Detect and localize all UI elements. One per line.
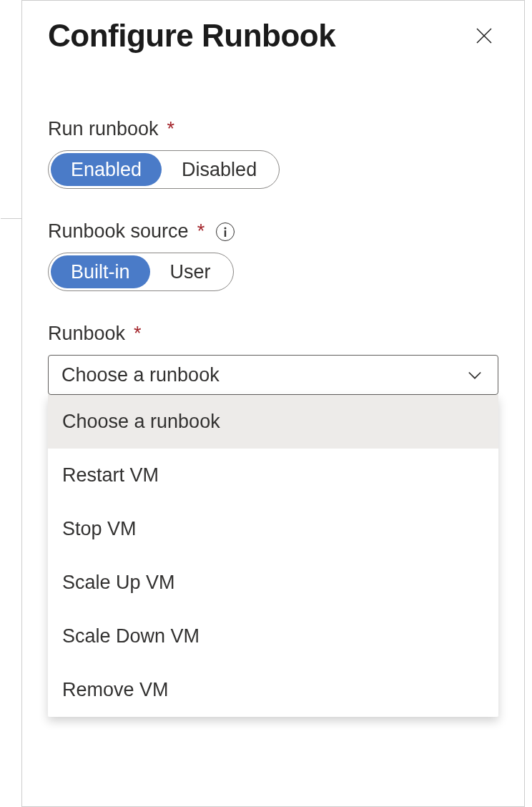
run-runbook-disabled[interactable]: Disabled (162, 153, 277, 186)
runbook-dropdown-wrapper: Choose a runbook Choose a runbook Restar… (48, 355, 498, 395)
run-runbook-toggle: Enabled Disabled (48, 150, 280, 189)
runbook-source-toggle: Built-in User (48, 253, 234, 291)
chevron-down-icon (465, 365, 485, 385)
dropdown-item-remove-vm[interactable]: Remove VM (48, 663, 498, 717)
required-asterisk: * (197, 220, 205, 243)
runbook-dropdown-list: Choose a runbook Restart VM Stop VM Scal… (48, 395, 498, 717)
runbook-source-user[interactable]: User (150, 255, 231, 288)
panel-title: Configure Runbook (48, 18, 335, 54)
configure-runbook-panel: Configure Runbook Run runbook * Enabled … (21, 0, 525, 807)
run-runbook-enabled[interactable]: Enabled (51, 153, 162, 186)
close-button[interactable] (470, 21, 498, 50)
required-asterisk: * (167, 118, 175, 140)
runbook-label: Runbook * (48, 323, 498, 345)
dropdown-item-scale-up-vm[interactable]: Scale Up VM (48, 556, 498, 610)
runbook-source-field: Runbook source * Built-in User (48, 220, 498, 291)
required-asterisk: * (134, 323, 142, 345)
runbook-field: Runbook * Choose a runbook Choose a runb… (48, 323, 498, 395)
run-runbook-label: Run runbook * (48, 118, 498, 140)
runbook-source-label-text: Runbook source (48, 220, 189, 243)
left-border-stub (1, 197, 22, 219)
run-runbook-label-text: Run runbook (48, 118, 159, 140)
dropdown-item-scale-down-vm[interactable]: Scale Down VM (48, 610, 498, 663)
runbook-dropdown-value: Choose a runbook (61, 364, 220, 386)
runbook-source-builtin[interactable]: Built-in (51, 255, 150, 288)
dropdown-item-restart-vm[interactable]: Restart VM (48, 449, 498, 502)
runbook-dropdown[interactable]: Choose a runbook (48, 355, 498, 395)
dropdown-item-stop-vm[interactable]: Stop VM (48, 502, 498, 556)
run-runbook-field: Run runbook * Enabled Disabled (48, 118, 498, 189)
runbook-source-label: Runbook source * (48, 220, 498, 243)
info-icon[interactable] (216, 222, 235, 241)
dropdown-item-choose[interactable]: Choose a runbook (48, 395, 498, 449)
runbook-label-text: Runbook (48, 323, 125, 345)
svg-point-2 (225, 227, 227, 229)
panel-header: Configure Runbook (48, 18, 498, 54)
close-icon (473, 25, 495, 47)
svg-rect-3 (225, 230, 226, 237)
